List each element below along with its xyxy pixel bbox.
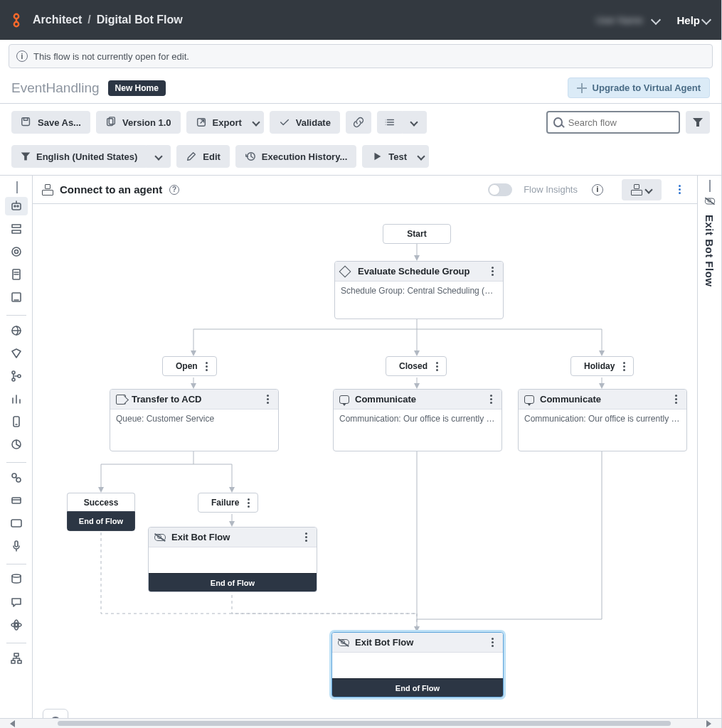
rail-item-branch[interactable] [5,367,28,385]
breadcrumb-architect[interactable]: Architect [33,14,82,26]
pill-menu[interactable] [619,362,629,371]
node-menu[interactable] [487,267,497,276]
branch-closed[interactable]: Closed [386,356,447,376]
app-header: Architect / Digital Bot Flow User Name H… [0,0,721,40]
rail-item-ab[interactable]: A [5,514,28,532]
branch-holiday[interactable]: Holiday [570,356,634,376]
node-exit-bot-flow-2[interactable]: Exit Bot Flow End of Flow [331,632,504,697]
rail-item-globe[interactable] [5,321,28,340]
rail-item-card[interactable] [5,491,28,510]
node-evaluate-schedule[interactable]: Evaluate Schedule Group Schedule Group: … [334,261,504,319]
rail-item-task[interactable] [5,220,28,238]
node-title: Communicate [540,394,601,405]
pill-label: Failure [211,498,239,508]
chat-icon [524,395,534,404]
rail-item-atom[interactable] [5,616,28,634]
node-exit-bot-flow-1[interactable]: Exit Bot Flow End of Flow [148,527,317,592]
end-of-flow-badge: End of Flow [68,512,134,530]
rail-expand-button[interactable] [709,180,711,191]
node-title: Evaluate Schedule Group [358,266,470,277]
user-menu[interactable]: User Name [596,15,660,26]
check-icon [279,117,290,128]
start-label: Start [407,229,426,239]
flow-canvas[interactable]: Start Evaluate Schedule Group Schedule G… [33,204,697,728]
rail-item-bot[interactable] [5,197,28,215]
rail-item-db[interactable] [5,570,28,589]
outcome-failure[interactable]: Failure [198,493,258,513]
execution-history-button[interactable]: Execution History... [235,145,356,168]
node-menu[interactable] [486,395,496,404]
filter-icon [21,153,31,161]
chevron-down-icon [154,152,162,160]
rail-item-tree[interactable] [5,649,28,668]
rail-collapse-button[interactable] [16,181,29,194]
test-button[interactable]: Test [362,145,429,168]
chevron-down-icon [410,118,418,126]
node-start[interactable]: Start [383,224,451,244]
node-title: Communicate [355,394,416,405]
rail-item-notes[interactable] [5,288,28,306]
search-input[interactable] [567,117,673,129]
pill-menu[interactable] [243,498,253,508]
help-icon[interactable]: ? [169,185,179,195]
info-icon[interactable]: i [592,184,603,196]
rail-item-diamond[interactable] [5,344,28,363]
rail-item-phone[interactable] [5,412,28,431]
rail-item-doc[interactable] [5,265,28,284]
list-button[interactable] [377,111,403,134]
branch-open[interactable]: Open [162,356,217,376]
rail-item-loop[interactable] [5,469,28,487]
node-menu[interactable] [262,395,272,404]
node-menu[interactable] [487,638,497,647]
language-button[interactable]: English (United States) [11,145,147,168]
flow-insights-toggle[interactable] [488,183,512,196]
brand-logo-icon [7,11,26,29]
scrollbar-thumb[interactable] [58,721,671,726]
horizontal-scrollbar[interactable] [0,718,721,728]
more-menu[interactable] [674,185,687,194]
edit-button[interactable]: Edit [176,145,230,168]
export-button[interactable]: Export [186,111,264,134]
rail-item-analytics[interactable] [5,390,28,408]
pill-label: Success [84,498,119,508]
node-title: Exit Bot Flow [355,637,413,648]
save-label: Save As... [38,117,81,128]
svg-point-16 [17,205,18,207]
node-communicate-holiday[interactable]: Communicate Communication: Our office is… [518,389,687,451]
rail-item-chat[interactable] [5,593,28,611]
new-home-badge: New Home [108,80,166,96]
link-button[interactable] [346,111,371,134]
svg-rect-34 [14,417,19,427]
chevron-down-icon [417,152,425,160]
right-rail-label[interactable]: Exit Bot Flow [704,215,716,287]
rail-item-knowledge[interactable] [5,242,28,261]
rail-item-mic[interactable] [5,537,28,555]
scroll-left-icon[interactable] [10,720,15,727]
canvas-header: Connect to an agent ? Flow Insights i [33,176,697,204]
exit-icon [704,198,714,205]
language-more-button[interactable] [147,145,171,168]
node-menu[interactable] [671,395,681,404]
history-label: Execution History... [262,151,347,162]
decision-icon [339,265,351,277]
validate-button[interactable]: Validate [270,111,340,134]
pill-menu[interactable] [432,362,442,371]
pill-menu[interactable] [202,362,212,371]
search-flow[interactable] [546,111,680,134]
help-menu[interactable]: Help [676,14,710,26]
version-button[interactable]: Version 1.0 [96,111,181,134]
layout-dropdown[interactable] [622,179,662,200]
scroll-right-icon[interactable] [706,720,711,727]
node-transfer-acd[interactable]: Transfer to ACD Queue: Customer Service [110,389,279,451]
save-as-button[interactable]: Save As... [11,111,90,134]
rail-item-pie[interactable] [5,435,28,454]
list-more-button[interactable] [403,111,427,134]
outcome-success[interactable]: Success [67,493,135,511]
filter-button[interactable] [686,111,710,134]
end-of-flow-badge: End of Flow [149,573,317,592]
node-communicate-closed[interactable]: Communicate Communication: Our office is… [333,389,502,451]
upgrade-virtual-agent-button[interactable]: Upgrade to Virtual Agent [568,77,710,98]
chevron-right-icon [16,181,18,193]
node-menu[interactable] [301,532,311,542]
svg-rect-2 [22,118,30,126]
